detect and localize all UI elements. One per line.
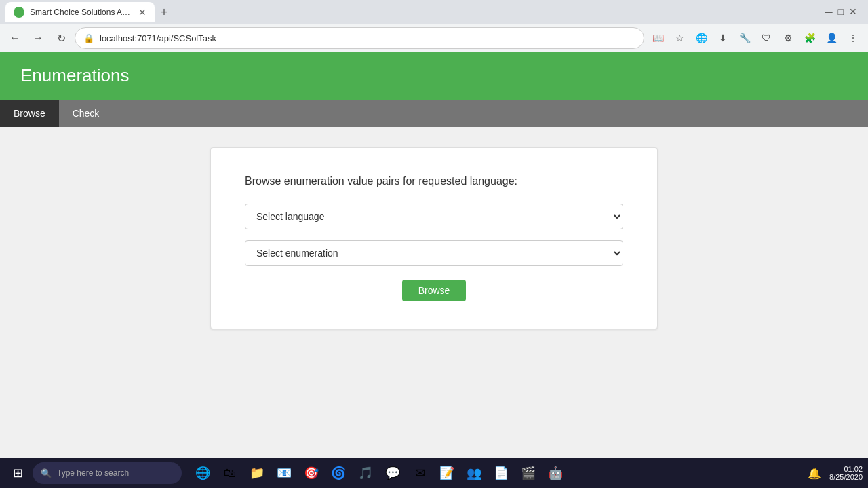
browse-button[interactable]: Browse [402,280,467,301]
nav-check[interactable]: Check [59,100,113,127]
nav-browse[interactable]: Browse [0,100,59,127]
menu-icon[interactable]: ⋮ [844,29,863,48]
main-card: Browse enumeration value pairs for reque… [210,147,658,329]
bookmark-icon[interactable]: ☆ [670,29,689,48]
app-content: Browse enumeration value pairs for reque… [0,127,868,458]
toolbar-icons: 📖 ☆ 🌐 ⬇ 🔧 🛡 ⚙ 🧩 👤 ⋮ [648,29,863,48]
clock-date: 8/25/2020 [829,473,863,481]
new-tab-button[interactable]: + [155,3,174,22]
tab-close-button[interactable]: ✕ [138,7,146,18]
extension-icon-2[interactable]: ⬇ [713,29,732,48]
back-button[interactable]: ← [5,29,24,48]
taskbar-files-icon[interactable]: 📁 [244,460,270,486]
language-group: Select language [245,204,623,229]
taskbar-right: 🔔 01:02 8/25/2020 [805,464,863,483]
clock-time: 01:02 [829,465,863,473]
extension-icon-4[interactable]: 🛡 [757,29,776,48]
taskbar-edge-icon[interactable]: 🌐 [190,460,216,486]
taskbar-after-effects-icon[interactable]: 🎬 [515,460,541,486]
taskbar-app5-icon[interactable]: 🎯 [298,460,324,486]
taskbar-messaging-icon[interactable]: ✉ [407,460,433,486]
taskbar-vscode-icon[interactable]: 📝 [434,460,460,486]
reader-icon[interactable]: 📖 [648,29,667,48]
forward-button[interactable]: → [28,29,47,48]
card-description: Browse enumeration value pairs for reque… [245,175,623,187]
app-header: Enumerations [0,52,868,100]
taskbar-app6-icon[interactable]: 🎵 [353,460,378,486]
url-display: localhost:7071/api/SCSolTask [100,33,635,43]
taskbar-store-icon[interactable]: 🛍 [217,460,243,486]
extension-icon-1[interactable]: 🌐 [692,29,711,48]
taskbar-notification-icon[interactable]: 🔔 [805,464,824,483]
tab-title: Smart Choice Solutions Assignm [30,7,133,17]
taskbar-teams2-icon[interactable]: 👥 [461,460,487,486]
lock-icon: 🔒 [83,33,94,43]
extension-icon-6[interactable]: 🧩 [800,29,819,48]
extension-icon-5[interactable]: ⚙ [778,29,797,48]
minimize-button[interactable]: ─ [825,6,832,18]
app-wrapper: Enumerations Browse Check Browse enumera… [0,52,868,458]
address-bar[interactable]: 🔒 localhost:7071/api/SCSolTask [75,27,644,49]
taskbar-chrome-icon[interactable]: 🌀 [326,460,351,486]
windows-icon: ⊞ [13,466,23,481]
enumeration-group: Select enumeration [245,240,623,266]
taskbar-mail-icon[interactable]: 📧 [271,460,297,486]
taskbar-search[interactable]: 🔍 Type here to search [33,462,182,484]
browser-toolbar: ← → ↻ 🔒 localhost:7071/api/SCSolTask 📖 ☆… [0,24,868,52]
close-button[interactable]: ✕ [849,6,857,18]
taskbar-ai-icon[interactable]: 🤖 [542,460,568,486]
profile-icon[interactable]: 👤 [822,29,841,48]
extension-icon-3[interactable]: 🔧 [735,29,754,48]
taskbar-search-text: Type here to search [57,468,129,478]
tab-favicon [14,7,24,18]
taskbar-word-icon[interactable]: 📄 [488,460,514,486]
enumeration-select[interactable]: Select enumeration [245,240,623,266]
language-select[interactable]: Select language [245,204,623,229]
taskbar-search-icon: 🔍 [41,468,52,478]
taskbar-clock: 01:02 8/25/2020 [829,465,863,481]
app-nav: Browse Check [0,100,868,127]
browser-tab[interactable]: Smart Choice Solutions Assignm ✕ [5,2,155,22]
page-title: Enumerations [20,65,848,86]
browser-chrome: Smart Choice Solutions Assignm ✕ + ─ □ ✕… [0,0,868,52]
taskbar-apps: 🌐 🛍 📁 📧 🎯 🌀 🎵 💬 ✉ 📝 👥 📄 🎬 🤖 [190,460,568,486]
taskbar-teams-icon[interactable]: 💬 [380,460,406,486]
browser-titlebar: Smart Choice Solutions Assignm ✕ + ─ □ ✕ [0,0,868,24]
refresh-button[interactable]: ↻ [52,29,71,48]
maximize-button[interactable]: □ [838,6,844,18]
start-button[interactable]: ⊞ [5,461,30,485]
taskbar: ⊞ 🔍 Type here to search 🌐 🛍 📁 📧 🎯 🌀 🎵 💬 … [0,458,868,488]
